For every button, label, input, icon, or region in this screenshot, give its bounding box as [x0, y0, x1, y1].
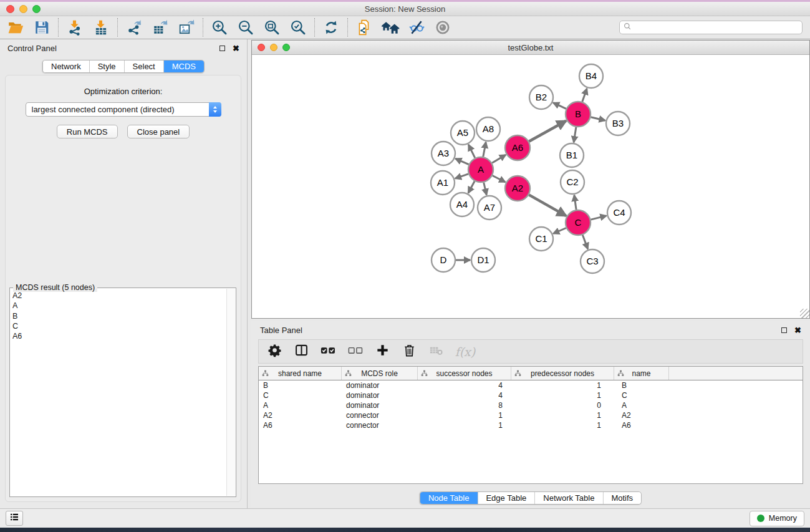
clone-network-button[interactable]	[354, 18, 375, 37]
result-scrollbar[interactable]	[226, 289, 235, 496]
node-A3[interactable]: A3	[432, 142, 455, 165]
import-network-button[interactable]	[64, 18, 85, 37]
node-A7[interactable]: A7	[478, 196, 501, 220]
tab-network-table[interactable]: Network Table	[535, 492, 603, 504]
table-row[interactable]: Bdominator41B	[259, 380, 803, 390]
node-C1[interactable]: C1	[529, 227, 553, 251]
network-minimize-button[interactable]	[270, 44, 277, 51]
node-D[interactable]: D	[432, 248, 455, 272]
node-A6[interactable]: A6	[505, 135, 530, 160]
zoom-in-button[interactable]	[209, 18, 230, 37]
edge-C-C3[interactable]	[582, 235, 587, 249]
edge-B-B3[interactable]	[591, 117, 605, 120]
node-C2[interactable]: C2	[561, 170, 584, 194]
table-row[interactable]: Cdominator41C	[259, 390, 803, 400]
column-header-predecessor-nodes[interactable]: predecessor nodes	[511, 367, 614, 380]
node-C[interactable]: C	[566, 210, 591, 235]
network-window-titlebar[interactable]: testGlobe.txt	[252, 41, 809, 55]
float-table-panel-icon[interactable]	[781, 327, 787, 333]
open-session-button[interactable]	[5, 18, 26, 37]
edge-B-B4[interactable]	[582, 89, 587, 102]
node-C4[interactable]: C4	[607, 201, 631, 225]
delete-column-button[interactable]	[402, 343, 418, 360]
float-panel-icon[interactable]	[219, 46, 225, 51]
column-header-shared-name[interactable]: shared name	[259, 367, 342, 380]
tab-motifs[interactable]: Motifs	[603, 492, 641, 504]
node-A8[interactable]: A8	[476, 117, 500, 141]
network-close-button[interactable]	[258, 44, 265, 51]
node-B4[interactable]: B4	[579, 64, 603, 88]
search-field[interactable]	[619, 21, 803, 34]
edge-C-C2[interactable]	[574, 195, 576, 210]
edge-A6-B[interactable]	[529, 121, 566, 142]
edge-B-B2[interactable]	[553, 103, 566, 109]
mcds-result-item[interactable]: C	[12, 321, 224, 331]
table-row[interactable]: Adominator80A	[259, 400, 803, 410]
show-network-button[interactable]	[432, 18, 453, 37]
network-graph-canvas[interactable]: B4B2BB3A8A5A6A3B1AA1C2A2A4A7C4CC1C3DD1	[252, 55, 809, 318]
select-all-button[interactable]	[320, 343, 337, 360]
node-A2[interactable]: A2	[505, 176, 530, 201]
mcds-result-item[interactable]: A	[12, 301, 224, 311]
edge-A-A3[interactable]	[455, 158, 468, 164]
search-input[interactable]	[635, 22, 798, 32]
node-D1[interactable]: D1	[471, 248, 495, 272]
memory-button[interactable]: Memory	[750, 511, 804, 526]
mcds-result-item[interactable]: A2	[12, 291, 224, 301]
main-titlebar[interactable]: Session: New Session	[0, 2, 810, 16]
task-history-button[interactable]	[6, 511, 23, 526]
add-column-button[interactable]	[375, 343, 391, 360]
table-row[interactable]: A6connector11A6	[259, 420, 803, 430]
export-network-button[interactable]	[123, 18, 145, 37]
tab-select[interactable]: Select	[125, 60, 164, 72]
edge-A-A1[interactable]	[455, 174, 468, 178]
edge-A-A7[interactable]	[484, 183, 487, 195]
optimization-criterion-select[interactable]: largest connected component (directed)	[26, 102, 221, 117]
tab-style[interactable]: Style	[90, 60, 125, 72]
table-row[interactable]: A2connector11A2	[259, 410, 803, 420]
mcds-result-item[interactable]: B	[12, 311, 224, 321]
node-A[interactable]: A	[468, 157, 493, 182]
home-button[interactable]	[380, 18, 401, 37]
close-panel-button[interactable]: Close panel	[127, 125, 190, 138]
edge-C-C4[interactable]	[591, 216, 606, 220]
network-zoom-button[interactable]	[282, 44, 290, 51]
tab-node-table[interactable]: Node Table	[420, 492, 478, 504]
edge-C-C1[interactable]	[553, 228, 566, 234]
edge-B-B1[interactable]	[574, 127, 576, 142]
zoom-selected-button[interactable]	[287, 18, 309, 37]
resize-grip-icon[interactable]	[800, 309, 809, 318]
zoom-window-button[interactable]	[32, 5, 41, 13]
run-mcds-button[interactable]: Run MCDS	[57, 125, 118, 138]
close-table-panel-icon[interactable]: ✖	[794, 326, 801, 334]
hide-network-button[interactable]	[406, 18, 427, 37]
node-B3[interactable]: B3	[606, 112, 630, 135]
node-A5[interactable]: A5	[451, 121, 475, 145]
export-image-button[interactable]	[176, 18, 197, 37]
close-window-button[interactable]	[6, 5, 14, 13]
column-header-successor-nodes[interactable]: successor nodes	[418, 367, 511, 380]
node-B2[interactable]: B2	[529, 85, 553, 109]
minimize-window-button[interactable]	[19, 5, 27, 13]
tab-edge-table[interactable]: Edge Table	[478, 492, 535, 504]
tab-mcds[interactable]: MCDS	[164, 60, 204, 72]
table-settings-button[interactable]	[266, 343, 282, 360]
edge-A-A4[interactable]	[468, 181, 475, 193]
column-header-name[interactable]: name	[614, 367, 669, 380]
import-table-button[interactable]	[90, 18, 112, 37]
column-header-MCDS-role[interactable]: MCDS role	[342, 367, 418, 380]
refresh-button[interactable]	[321, 18, 342, 37]
node-A1[interactable]: A1	[431, 171, 455, 195]
close-panel-icon[interactable]: ✖	[233, 44, 239, 52]
edge-A-A2[interactable]	[493, 176, 506, 183]
column-layout-button[interactable]	[293, 343, 309, 360]
zoom-fit-button[interactable]	[261, 18, 282, 37]
node-B1[interactable]: B1	[560, 143, 584, 167]
export-table-button[interactable]	[150, 18, 171, 37]
node-B[interactable]: B	[566, 102, 591, 127]
mcds-result-item[interactable]: A6	[12, 331, 224, 341]
edge-A-A5[interactable]	[468, 145, 475, 158]
save-session-button[interactable]	[31, 18, 52, 37]
node-C3[interactable]: C3	[581, 249, 604, 273]
node-A4[interactable]: A4	[450, 193, 474, 216]
